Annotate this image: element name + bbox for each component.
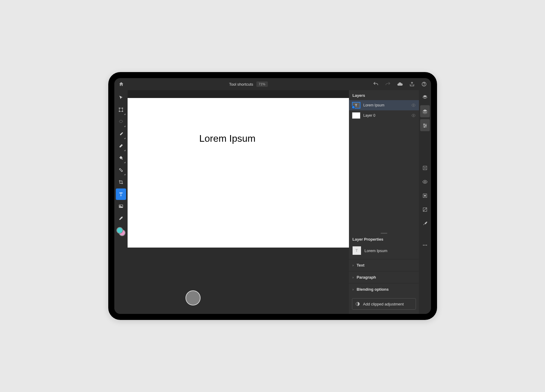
fill-tool[interactable]	[116, 152, 126, 164]
layer-name: Lorem Ipsum	[363, 103, 408, 107]
visibility-panel-icon[interactable]	[420, 176, 430, 188]
crop-tool[interactable]	[116, 176, 126, 188]
visibility-icon[interactable]	[411, 103, 416, 108]
layer-thumbnail	[352, 112, 360, 119]
layers-list: Lorem Ipsum Layer 0	[349, 100, 419, 232]
type-layer-icon: T	[353, 246, 361, 255]
top-bar: Tool shortcuts 71%	[114, 78, 431, 90]
clip-icon[interactable]	[420, 204, 430, 216]
svg-point-20	[424, 195, 426, 197]
svg-point-23	[424, 245, 425, 246]
eraser-tool[interactable]	[116, 140, 126, 152]
property-group-blending[interactable]: › Blending options	[349, 283, 419, 295]
layers-panel-title: Layers	[349, 90, 419, 100]
foreground-color[interactable]	[116, 227, 123, 234]
layer-properties-tab-icon[interactable]	[420, 105, 430, 117]
zoom-badge[interactable]: 71%	[256, 81, 268, 87]
move-tool[interactable]	[116, 92, 126, 103]
svg-point-16	[424, 127, 425, 128]
far-right-toolbar	[419, 90, 431, 314]
svg-point-24	[426, 245, 427, 246]
svg-point-2	[119, 108, 120, 109]
chevron-right-icon: ›	[353, 287, 354, 292]
svg-point-5	[122, 111, 123, 112]
smart-object-badge	[352, 106, 355, 109]
visibility-icon[interactable]	[411, 113, 416, 118]
help-icon[interactable]	[421, 81, 427, 87]
svg-point-6	[119, 120, 122, 123]
svg-point-7	[119, 169, 120, 169]
touch-shortcut-button[interactable]	[185, 290, 201, 305]
mask-icon[interactable]	[420, 190, 430, 202]
redo-icon[interactable]	[385, 81, 391, 87]
canvas-area[interactable]: Lorem Ipsum	[128, 90, 349, 314]
svg-point-14	[423, 124, 424, 125]
svg-point-18	[424, 181, 426, 183]
layers-tab-icon[interactable]	[420, 91, 430, 103]
canvas-text-layer[interactable]: Lorem Ipsum	[199, 133, 256, 144]
svg-point-11	[413, 105, 414, 106]
tablet-frame: Tool shortcuts 71%	[108, 72, 437, 320]
svg-point-8	[122, 171, 122, 171]
home-icon[interactable]	[118, 81, 125, 87]
healing-tool[interactable]	[116, 164, 126, 176]
svg-point-12	[413, 115, 414, 116]
layer-name: Layer 0	[363, 113, 408, 118]
color-swatches[interactable]	[116, 227, 125, 236]
properties-title: Layer Properties	[349, 234, 419, 245]
effects-icon[interactable]	[420, 217, 430, 229]
chevron-right-icon: ›	[353, 263, 354, 267]
svg-point-1	[424, 85, 424, 85]
cloud-icon[interactable]	[397, 81, 403, 87]
eyedropper-tool[interactable]	[116, 213, 126, 224]
brush-tool[interactable]	[116, 128, 126, 140]
app-screen: Tool shortcuts 71%	[114, 78, 431, 314]
canvas[interactable]: Lorem Ipsum	[128, 98, 349, 248]
property-group-text[interactable]: › Text	[349, 259, 419, 271]
svg-point-22	[423, 245, 424, 246]
property-group-paragraph[interactable]: › Paragraph	[349, 271, 419, 283]
transform-tool[interactable]	[116, 104, 126, 115]
adjustment-icon	[355, 302, 360, 306]
properties-layer-name: Lorem Ipsum	[365, 248, 388, 253]
add-layer-icon[interactable]	[420, 162, 430, 174]
svg-point-4	[119, 111, 120, 112]
layer-properties-panel: Layer Properties T Lorem Ipsum › Text › …	[349, 234, 419, 314]
layer-row[interactable]: Lorem Ipsum	[349, 100, 419, 110]
adjustments-tab-icon[interactable]	[420, 119, 430, 131]
undo-icon[interactable]	[372, 81, 379, 87]
properties-layer-summary: T Lorem Ipsum	[349, 245, 419, 259]
document-title[interactable]: Tool shortcuts	[229, 82, 253, 87]
layer-thumbnail	[352, 102, 360, 109]
add-clipped-adjustment-button[interactable]: Add clipped adjustment	[352, 298, 416, 310]
right-panel: Layers Lorem Ipsum Layer 0	[349, 90, 419, 314]
svg-point-15	[425, 125, 426, 126]
lasso-tool[interactable]	[116, 116, 126, 128]
chevron-right-icon: ›	[353, 275, 354, 280]
type-tool[interactable]	[116, 188, 126, 200]
layer-row[interactable]: Layer 0	[349, 110, 419, 121]
more-icon[interactable]	[420, 239, 430, 251]
left-toolbar	[114, 90, 128, 314]
place-image-tool[interactable]	[116, 201, 126, 212]
share-icon[interactable]	[409, 81, 415, 87]
svg-point-3	[122, 108, 123, 109]
